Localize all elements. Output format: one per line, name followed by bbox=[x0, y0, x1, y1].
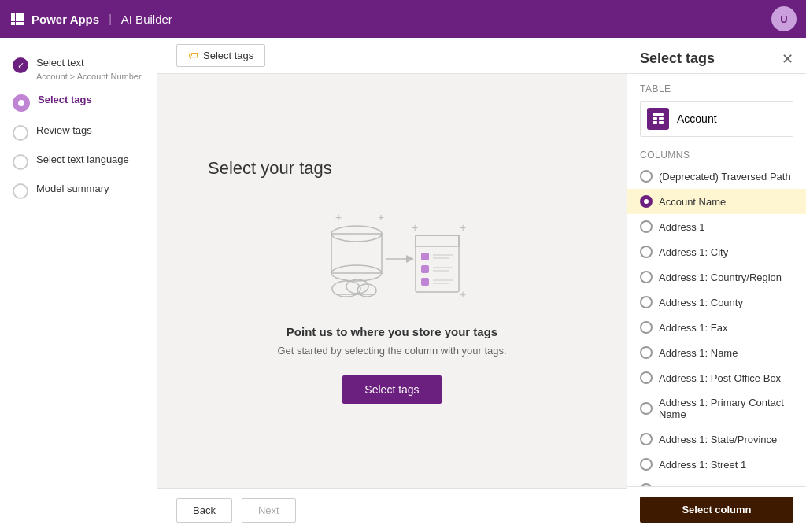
step-circle-review-tags bbox=[13, 125, 28, 141]
step-header-button[interactable]: 🏷 Select tags bbox=[176, 44, 265, 67]
column-item[interactable]: Account Name bbox=[627, 189, 806, 214]
svg-rect-22 bbox=[421, 253, 429, 260]
panel-title: Select tags bbox=[640, 50, 715, 67]
svg-rect-38 bbox=[659, 121, 664, 124]
page-title: Select your tags bbox=[208, 158, 332, 179]
svg-text:+: + bbox=[378, 211, 384, 224]
column-item[interactable]: Address 1: Country/Region bbox=[627, 264, 806, 290]
table-item: Account bbox=[640, 101, 793, 137]
column-item[interactable]: Address 1: Name bbox=[627, 340, 806, 365]
illustration: + + bbox=[313, 204, 471, 306]
column-label: Address 1: City bbox=[659, 246, 728, 258]
svg-rect-1 bbox=[16, 13, 20, 17]
radio-button bbox=[640, 170, 653, 183]
module-name: AI Builder bbox=[121, 13, 172, 26]
column-item[interactable]: Address 1 bbox=[627, 214, 806, 239]
column-label: Address 1: Fax bbox=[659, 322, 727, 334]
right-panel: Select tags ✕ Table Account Columns bbox=[627, 38, 806, 532]
grid-icon bbox=[9, 11, 25, 27]
column-label: Address 1: Street 1 bbox=[659, 459, 746, 471]
radio-button bbox=[640, 371, 653, 384]
step-header-label: Select tags bbox=[203, 50, 253, 61]
svg-rect-7 bbox=[16, 22, 20, 25]
step-sublabel-select-text: Account > Account Number bbox=[36, 72, 142, 81]
select-column-button[interactable]: Select column bbox=[640, 497, 793, 523]
radio-button bbox=[640, 246, 653, 258]
column-item[interactable]: Address 1: Fax bbox=[627, 315, 806, 340]
column-label: (Deprecated) Traversed Path bbox=[659, 171, 791, 183]
table-section-label: Table bbox=[640, 83, 793, 94]
radio-button bbox=[640, 402, 653, 415]
svg-rect-25 bbox=[421, 265, 429, 273]
column-label: Address 1: County bbox=[659, 297, 743, 308]
radio-button bbox=[640, 296, 653, 308]
panel-table-section: Table Account bbox=[627, 74, 806, 143]
column-item[interactable]: Address 1: Street 1 bbox=[627, 452, 806, 477]
content-body: Select your tags + + bbox=[157, 74, 627, 488]
column-item[interactable]: Address 1: State/Province bbox=[627, 427, 806, 452]
content-footer: Back Next bbox=[157, 488, 627, 532]
column-label: Account Name bbox=[659, 196, 726, 208]
radio-button bbox=[640, 321, 653, 334]
next-button[interactable]: Next bbox=[242, 498, 296, 523]
sidebar-item-select-text[interactable]: ✓ Select text Account > Account Number bbox=[0, 50, 157, 87]
sidebar-item-select-tags[interactable]: Select tags bbox=[0, 87, 157, 118]
column-item[interactable]: Address 1: Post Office Box bbox=[627, 365, 806, 390]
radio-button bbox=[640, 195, 653, 208]
point-subtext: Get started by selecting the column with… bbox=[277, 345, 506, 357]
column-item[interactable]: (Deprecated) Traversed Path bbox=[627, 164, 806, 189]
svg-rect-21 bbox=[416, 235, 459, 246]
table-name: Account bbox=[677, 113, 717, 125]
column-label: Address 1: Primary Contact Name bbox=[659, 397, 793, 420]
svg-rect-3 bbox=[11, 17, 15, 21]
content-area: 🏷 Select tags Select your tags + + bbox=[157, 38, 627, 532]
step-circle-model-summary bbox=[13, 183, 28, 199]
app-name: Power Apps bbox=[31, 13, 99, 26]
svg-text:+: + bbox=[412, 221, 418, 234]
tag-icon: 🏷 bbox=[188, 50, 198, 61]
step-label-select-text: Select text bbox=[36, 57, 142, 70]
radio-button bbox=[640, 271, 653, 283]
column-item[interactable]: Address 1: Street 2 bbox=[627, 477, 806, 486]
svg-rect-36 bbox=[659, 117, 664, 120]
radio-button bbox=[640, 346, 653, 359]
column-item[interactable]: Address 1: City bbox=[627, 239, 806, 264]
topbar-separator: | bbox=[109, 13, 112, 25]
radio-button bbox=[640, 220, 653, 233]
back-button[interactable]: Back bbox=[176, 498, 232, 523]
step-label-select-language: Select text language bbox=[36, 153, 129, 167]
svg-rect-34 bbox=[653, 113, 664, 116]
point-heading: Point us to where you store your tags bbox=[287, 325, 497, 338]
sidebar-item-model-summary[interactable]: Model summary bbox=[0, 176, 157, 205]
columns-section-label: Columns bbox=[627, 143, 806, 164]
svg-rect-5 bbox=[20, 17, 24, 21]
svg-text:+: + bbox=[460, 288, 466, 301]
step-circle-select-language bbox=[13, 154, 28, 170]
svg-text:+: + bbox=[460, 221, 466, 234]
step-header: 🏷 Select tags bbox=[157, 38, 627, 74]
select-tags-button[interactable]: Select tags bbox=[342, 375, 441, 404]
step-circle-select-tags bbox=[13, 94, 30, 112]
panel-close-button[interactable]: ✕ bbox=[782, 52, 793, 66]
svg-rect-8 bbox=[20, 22, 24, 25]
panel-footer: Select column bbox=[627, 486, 806, 532]
column-label: Address 1: Post Office Box bbox=[659, 372, 781, 384]
column-label: Address 1: Country/Region bbox=[659, 272, 782, 283]
step-label-select-tags: Select tags bbox=[38, 94, 92, 107]
table-icon bbox=[647, 108, 669, 130]
column-item[interactable]: Address 1: Primary Contact Name bbox=[627, 390, 806, 427]
svg-rect-2 bbox=[20, 13, 24, 17]
svg-rect-0 bbox=[11, 13, 15, 17]
svg-rect-4 bbox=[16, 17, 20, 21]
svg-text:+: + bbox=[335, 211, 342, 224]
topbar: Power Apps | AI Builder U bbox=[0, 0, 806, 38]
radio-button bbox=[640, 433, 653, 445]
sidebar-item-select-language[interactable]: Select text language bbox=[0, 147, 157, 176]
column-item[interactable]: Address 1: County bbox=[627, 290, 806, 315]
sidebar: ✓ Select text Account > Account Number S… bbox=[0, 38, 157, 532]
step-label-model-summary: Model summary bbox=[36, 183, 109, 196]
sidebar-item-review-tags[interactable]: Review tags bbox=[0, 118, 157, 147]
avatar: U bbox=[771, 6, 797, 31]
svg-rect-28 bbox=[421, 278, 429, 286]
column-label: Address 1: State/Province bbox=[659, 434, 777, 445]
